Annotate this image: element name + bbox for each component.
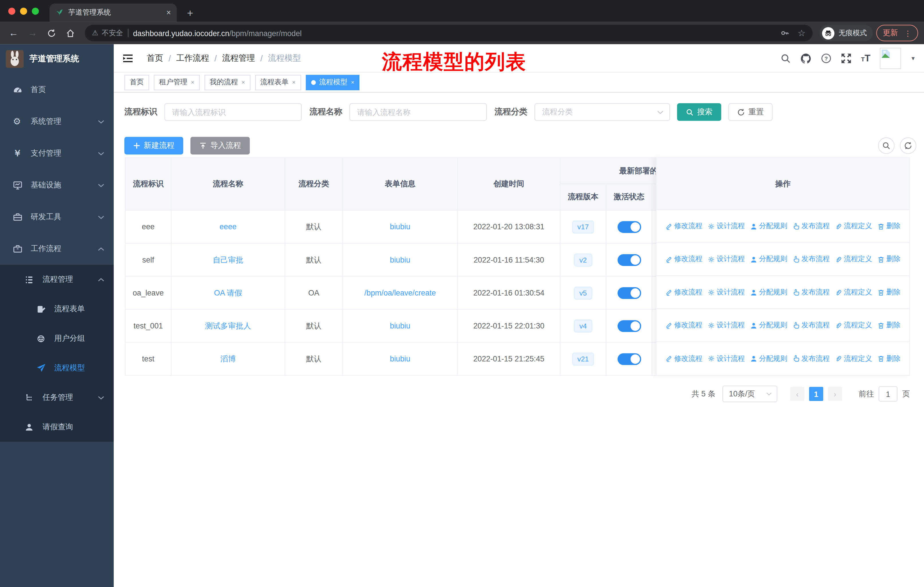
reload-button[interactable] <box>43 25 59 40</box>
new-tab-button[interactable]: ＋ <box>185 6 195 20</box>
edit-process-link[interactable]: 修改流程 <box>665 287 703 297</box>
zoom-window-button[interactable] <box>32 8 39 15</box>
key-icon[interactable] <box>780 28 789 38</box>
close-icon[interactable]: × <box>241 79 245 86</box>
process-name-link[interactable]: 测试多审批人 <box>205 321 251 331</box>
import-process-button[interactable]: 导入流程 <box>190 137 250 154</box>
help-icon[interactable]: ? <box>821 53 832 64</box>
back-button[interactable]: ← <box>6 25 21 40</box>
security-warning[interactable]: ⚠ 不安全 <box>92 28 123 38</box>
publish-process-link[interactable]: 发布流程 <box>792 221 830 231</box>
address-bar[interactable]: ⚠ 不安全 dashboard.yudao.iocoder.cn/bpm/man… <box>85 25 813 41</box>
sidebar-item-process-form[interactable]: 流程表单 <box>0 294 114 324</box>
form-link[interactable]: /bpm/oa/leave/create <box>364 288 436 297</box>
publish-process-link[interactable]: 发布流程 <box>792 254 830 264</box>
assign-rule-link[interactable]: 分配规则 <box>750 287 787 297</box>
process-name-link[interactable]: OA 请假 <box>214 288 242 298</box>
font-size-icon[interactable]: TT <box>861 53 870 64</box>
edit-process-link[interactable]: 修改流程 <box>665 354 703 364</box>
assign-rule-link[interactable]: 分配规则 <box>750 221 787 231</box>
forward-button[interactable]: → <box>25 25 40 40</box>
form-link[interactable]: biubiu <box>390 222 410 231</box>
delete-link[interactable]: 删除 <box>877 254 900 264</box>
breadcrumb-workflow[interactable]: 工作流程 <box>176 53 209 64</box>
version-badge[interactable]: v17 <box>572 220 594 233</box>
next-page-button[interactable]: › <box>828 387 842 401</box>
publish-process-link[interactable]: 发布流程 <box>792 320 830 330</box>
sidebar-item-workflow[interactable]: 工作流程 <box>0 233 114 265</box>
process-definition-link[interactable]: 流程定义 <box>835 354 872 364</box>
goto-page-input[interactable] <box>879 386 898 402</box>
home-button[interactable] <box>63 25 78 40</box>
process-definition-link[interactable]: 流程定义 <box>835 287 872 297</box>
delete-link[interactable]: 删除 <box>877 221 900 231</box>
assign-rule-link[interactable]: 分配规则 <box>750 254 787 264</box>
github-icon[interactable] <box>800 53 812 64</box>
active-toggle[interactable] <box>617 320 641 332</box>
sidebar-item-process-mgmt[interactable]: 流程管理 <box>0 265 114 294</box>
close-icon[interactable]: × <box>351 79 354 86</box>
form-link[interactable]: biubiu <box>390 255 410 264</box>
sidebar-item-system[interactable]: ⚙ 系统管理 <box>0 106 114 137</box>
form-link[interactable]: biubiu <box>390 354 410 363</box>
version-badge[interactable]: v5 <box>574 286 592 299</box>
assign-rule-link[interactable]: 分配规则 <box>750 354 787 364</box>
tag-process-form[interactable]: 流程表单× <box>255 74 301 90</box>
collapse-sidebar-icon[interactable] <box>122 53 133 64</box>
publish-process-link[interactable]: 发布流程 <box>792 287 830 297</box>
app-logo-row[interactable]: 芋道管理系统 <box>0 44 114 74</box>
bookmark-star-icon[interactable]: ☆ <box>798 28 806 38</box>
tag-tenant[interactable]: 租户管理× <box>154 74 200 90</box>
delete-link[interactable]: 删除 <box>877 320 900 330</box>
process-definition-link[interactable]: 流程定义 <box>835 320 872 330</box>
sidebar-item-infra[interactable]: 基础设施 <box>0 169 114 201</box>
edit-process-link[interactable]: 修改流程 <box>665 254 703 264</box>
close-icon[interactable]: × <box>191 79 195 86</box>
fullscreen-icon[interactable] <box>841 53 851 64</box>
process-name-link[interactable]: 自己审批 <box>213 255 243 265</box>
active-toggle[interactable] <box>617 221 641 232</box>
browser-tab[interactable]: 芋道管理系统 × <box>50 3 177 22</box>
version-badge[interactable]: v21 <box>572 352 594 365</box>
close-icon[interactable]: × <box>292 79 295 86</box>
process-key-input[interactable] <box>164 103 302 121</box>
search-button[interactable]: 搜索 <box>677 103 721 121</box>
process-name-link[interactable]: eeee <box>219 222 237 231</box>
prev-page-button[interactable]: ‹ <box>790 387 804 401</box>
tag-home[interactable]: 首页 <box>124 74 149 90</box>
process-definition-link[interactable]: 流程定义 <box>835 254 872 264</box>
design-process-link[interactable]: 设计流程 <box>708 254 745 264</box>
sidebar-item-leave-query[interactable]: 请假查询 <box>0 412 114 441</box>
page-size-select[interactable]: 10条/页 <box>723 386 777 402</box>
delete-link[interactable]: 删除 <box>877 354 900 364</box>
design-process-link[interactable]: 设计流程 <box>708 287 745 297</box>
version-badge[interactable]: v4 <box>574 319 592 332</box>
version-badge[interactable]: v2 <box>574 253 592 266</box>
page-1-button[interactable]: 1 <box>809 387 823 401</box>
breadcrumb-process-mgmt[interactable]: 流程管理 <box>222 53 255 64</box>
breadcrumb-home[interactable]: 首页 <box>147 53 163 64</box>
active-toggle[interactable] <box>617 287 641 299</box>
active-toggle[interactable] <box>617 353 641 365</box>
sidebar-item-task-mgmt[interactable]: 任务管理 <box>0 383 114 412</box>
avatar[interactable] <box>880 48 901 69</box>
window-controls[interactable] <box>8 8 39 15</box>
process-definition-link[interactable]: 流程定义 <box>835 221 872 231</box>
process-name-link[interactable]: 滔博 <box>220 354 236 364</box>
search-icon[interactable] <box>780 53 791 64</box>
tab-close-icon[interactable]: × <box>167 8 171 17</box>
show-search-button[interactable] <box>878 137 895 154</box>
avatar-caret-icon[interactable]: ▼ <box>911 55 916 61</box>
design-process-link[interactable]: 设计流程 <box>708 320 745 330</box>
process-name-input[interactable] <box>350 103 487 121</box>
sidebar-item-payment[interactable]: ￥ 支付管理 <box>0 137 114 169</box>
sidebar-item-process-model[interactable]: 流程模型 <box>0 353 114 383</box>
design-process-link[interactable]: 设计流程 <box>708 354 745 364</box>
assign-rule-link[interactable]: 分配规则 <box>750 320 787 330</box>
chrome-menu-icon[interactable]: ⋮ <box>904 29 912 38</box>
reset-button[interactable]: 重置 <box>728 103 772 121</box>
design-process-link[interactable]: 设计流程 <box>708 221 745 231</box>
minimize-window-button[interactable] <box>20 8 27 15</box>
update-button[interactable]: 更新 ⋮ <box>876 25 918 41</box>
tag-process-model[interactable]: 流程模型× <box>305 74 360 90</box>
